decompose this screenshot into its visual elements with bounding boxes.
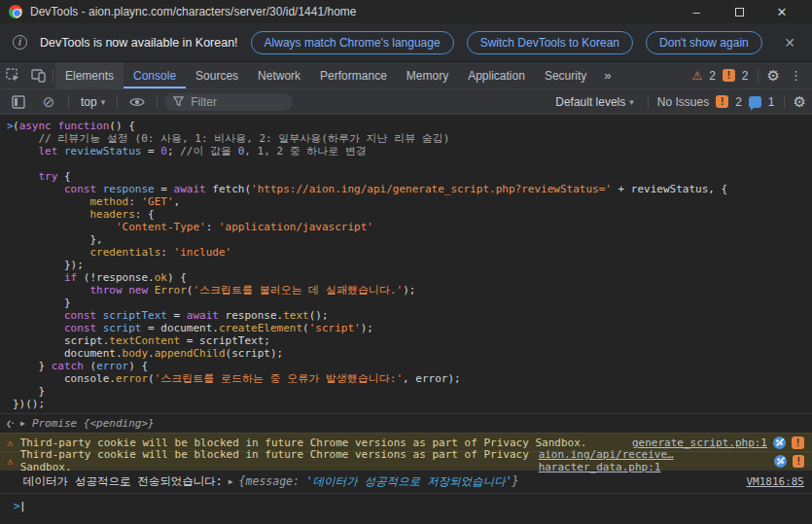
console-code-block: (async function() { // 리뷰기능 설정 (0: 사용, 1… — [13, 120, 727, 410]
issue-count: 2 — [742, 69, 749, 83]
source-link[interactable]: generate_script.php:1 — [632, 437, 767, 449]
divider — [648, 95, 649, 109]
warning-text: Third-party cookie will be blocked in fu… — [20, 437, 587, 449]
tabbar-right-cluster: ⚠ 2 ! 2 ⚙ ⋮ — [691, 62, 812, 88]
chevron-down-icon: ▾ — [629, 97, 634, 107]
object-preview: {message: '데이터가 성공적으로 저장되었습니다'} — [239, 474, 519, 489]
close-button[interactable]: ✕ — [760, 5, 803, 19]
warning-icon[interactable]: ⚠ — [691, 70, 702, 82]
console-messages: > (async function() { // 리뷰기능 설정 (0: 사용,… — [0, 115, 812, 512]
source-link[interactable]: VM1816:85 — [746, 475, 804, 488]
live-expression-eye-icon[interactable] — [124, 96, 150, 108]
divider — [758, 69, 759, 83]
console-input-entry[interactable]: > (async function() { // 리뷰기능 설정 (0: 사용,… — [0, 115, 812, 413]
result-preview: Promise {<pending>} — [32, 417, 155, 430]
window-titlebar: DevTools - aion.plaync.com/characters/se… — [0, 0, 812, 23]
chevron-down-icon: ▾ — [101, 97, 106, 107]
cookie-icon[interactable] — [774, 455, 787, 468]
issues-icon[interactable]: ! — [716, 95, 728, 108]
tab-elements[interactable]: Elements — [55, 62, 124, 88]
warning-icon: ⚠ — [7, 437, 14, 448]
text-cursor: | — [19, 500, 26, 512]
return-value-icon: ❮· — [6, 418, 14, 429]
tab-network[interactable]: Network — [248, 62, 310, 88]
chrome-logo-icon — [9, 5, 22, 18]
source-link[interactable]: aion.ing/api/receive…haracter_data.php:1 — [539, 448, 769, 473]
tab-console[interactable]: Console — [124, 62, 186, 88]
cookie-icon[interactable] — [773, 437, 786, 449]
expand-triangle-icon[interactable]: ▶ — [229, 478, 233, 486]
settings-gear-icon[interactable]: ⚙ — [767, 68, 780, 83]
log-text: 데이터가 성공적으로 전송되었습니다: — [23, 474, 223, 489]
tab-sources[interactable]: Sources — [186, 62, 248, 88]
switch-korean-button[interactable]: Switch DevTools to Korean — [467, 31, 633, 54]
filter-funnel-icon — [173, 96, 184, 107]
language-infobar: i DevTools is now available in Korean! A… — [0, 23, 812, 62]
clear-console-icon[interactable]: ⊘ — [36, 93, 61, 111]
expand-triangle-icon[interactable]: ▶ — [20, 420, 25, 428]
issue-badge-count: 2 — [735, 95, 742, 109]
divider — [117, 95, 118, 109]
input-prompt-icon: > — [7, 500, 19, 512]
warning-source-cluster: aion.ing/api/receive…haracter_data.php:1… — [539, 448, 804, 473]
device-toolbar-icon[interactable] — [25, 62, 51, 88]
issue-badge-icon[interactable]: ! — [793, 455, 804, 468]
preview-open: {message: — [239, 474, 306, 488]
console-prompt-row[interactable]: > | — [0, 494, 812, 512]
log-source-cluster: VM1816:85 — [746, 475, 804, 488]
devtools-tabbar: Elements Console Sources Network Perform… — [0, 62, 812, 89]
tab-security[interactable]: Security — [535, 62, 596, 88]
tab-memory[interactable]: Memory — [397, 62, 458, 88]
message-badge-count: 1 — [768, 95, 775, 109]
preview-string: '데이터가 성공적으로 저장되었습니다' — [306, 474, 512, 488]
no-issues-label[interactable]: No Issues — [657, 95, 709, 109]
console-toolbar: ⊘ top ▾ Default levels ▾ No Issues ! 2 1… — [0, 89, 812, 115]
divider — [53, 69, 53, 83]
issues-icon[interactable]: ! — [723, 69, 735, 82]
info-icon: i — [13, 35, 27, 50]
maximize-button[interactable] — [718, 5, 760, 19]
dont-show-again-button[interactable]: Don't show again — [646, 31, 762, 54]
window-title: DevTools - aion.plaync.com/characters/se… — [30, 5, 357, 18]
filter-input-box[interactable] — [164, 93, 293, 111]
tab-application[interactable]: Application — [458, 62, 535, 88]
console-toolbar-right: Default levels ▾ No Issues ! 2 1 ⚙ — [550, 94, 806, 109]
console-result-row: ❮· ▶ Promise {<pending>} — [0, 413, 812, 433]
context-label: top — [81, 95, 97, 109]
infobar-close-icon[interactable]: ✕ — [780, 35, 799, 51]
divider — [784, 95, 785, 109]
context-selector[interactable]: top ▾ — [76, 95, 110, 109]
log-levels-label: Default levels — [555, 95, 625, 109]
divider — [157, 95, 158, 109]
messages-bubble-icon[interactable] — [749, 96, 761, 108]
log-levels-selector[interactable]: Default levels ▾ — [550, 95, 639, 109]
minimize-button[interactable]: – — [675, 5, 718, 19]
filter-input[interactable] — [191, 95, 278, 109]
more-tabs-icon[interactable]: » — [596, 62, 618, 88]
console-settings-gear-icon[interactable]: ⚙ — [794, 94, 806, 109]
maximize-icon — [735, 8, 744, 17]
inspect-element-icon[interactable] — [0, 62, 25, 88]
input-prompt-icon: > — [0, 120, 13, 410]
warning-text: Third-party cookie will be blocked in fu… — [20, 448, 532, 473]
console-warning-row: ⚠ Third-party cookie will be blocked in … — [0, 451, 812, 470]
console-sidebar-icon[interactable] — [6, 95, 31, 109]
issue-badge-icon[interactable]: ! — [792, 437, 804, 449]
window-controls: – ✕ — [675, 5, 803, 19]
warning-icon: ⚠ — [7, 456, 14, 467]
warning-count: 2 — [709, 69, 716, 83]
warning-source-cluster: generate_script.php:1 ! — [632, 437, 804, 449]
kebab-menu-icon[interactable]: ⋮ — [787, 68, 805, 83]
tab-performance[interactable]: Performance — [310, 62, 397, 88]
divider — [68, 95, 69, 109]
infobar-message: DevTools is now available in Korean! — [40, 36, 238, 50]
preview-close: } — [512, 474, 519, 488]
match-language-button[interactable]: Always match Chrome's language — [251, 31, 454, 54]
